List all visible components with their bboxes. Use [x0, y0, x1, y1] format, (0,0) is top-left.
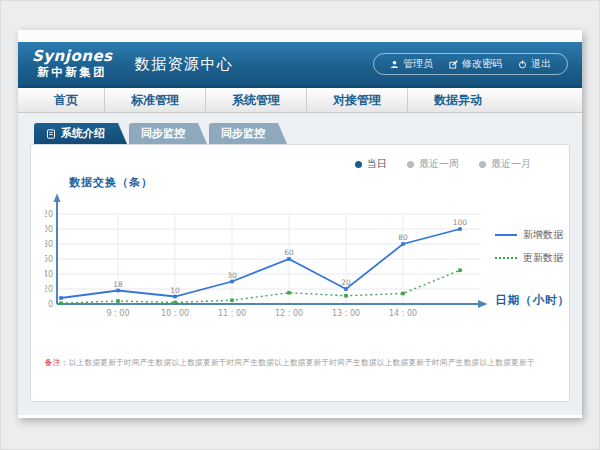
svg-text:80: 80 [45, 240, 53, 249]
svg-text:40: 40 [45, 270, 53, 279]
tab-label: 同步监控 [141, 126, 185, 141]
app-window: Synjones 新中新集团 数据资源中心 管理员 修改密码 [18, 30, 582, 418]
user-icon [390, 60, 399, 69]
svg-text:30: 30 [227, 271, 237, 280]
logo-text-cn: 新中新集团 [32, 67, 113, 79]
nav-item-2[interactable]: 系统管理 [206, 88, 307, 112]
svg-text:12 : 00: 12 : 00 [275, 309, 303, 318]
footer-note: 备注：以上数据更新于时间产生数据以上数据更新于时间产生数据以上数据更新于时间产生… [45, 358, 555, 368]
browser-strip [18, 30, 582, 42]
svg-text:9 : 00: 9 : 00 [106, 309, 129, 318]
chart-panel: 当日最近一周最近一月 数据交换（条） 0204060801001209 : 00… [30, 144, 570, 402]
svg-text:13 : 00: 13 : 00 [332, 309, 360, 318]
legend-line-sample [495, 257, 517, 259]
company-logo: Synjones 新中新集团 [32, 49, 113, 79]
chart-right-column: 新增数据更新数据 日期（小时） [491, 192, 570, 332]
main-nav: 首页标准管理系统管理对接管理数据异动 [18, 88, 582, 113]
filter-option-1[interactable]: 最近一周 [407, 157, 459, 171]
desktop-background: Synjones 新中新集团 数据资源中心 管理员 修改密码 [0, 0, 600, 450]
filter-option-2[interactable]: 最近一月 [479, 157, 531, 171]
svg-text:100: 100 [45, 225, 53, 234]
note-prefix: 备注： [45, 358, 69, 367]
time-range-filter: 当日最近一周最近一月 [45, 151, 555, 173]
tab-1[interactable]: 同步监控 [129, 123, 207, 144]
legend-label: 新增数据 [523, 228, 563, 242]
admin-user-button[interactable]: 管理员 [382, 57, 441, 71]
filter-option-label: 当日 [367, 157, 387, 171]
svg-text:14 : 00: 14 : 00 [389, 309, 417, 318]
svg-text:120: 120 [45, 210, 53, 219]
user-toolbar: 管理员 修改密码 退出 [373, 53, 568, 75]
power-icon [518, 60, 527, 69]
logout-label: 退出 [531, 57, 551, 71]
note-text: 以上数据更新于时间产生数据以上数据更新于时间产生数据以上数据更新于时间产生数据以… [69, 358, 535, 367]
nav-item-1[interactable]: 标准管理 [105, 88, 206, 112]
svg-text:10: 10 [170, 286, 180, 295]
content-area: 系统介绍同步监控同步监控 当日最近一周最近一月 数据交换（条） 02040608… [18, 113, 582, 415]
svg-text:18: 18 [113, 280, 123, 289]
logout-button[interactable]: 退出 [510, 57, 559, 71]
radio-dot [479, 161, 486, 168]
svg-text:20: 20 [45, 285, 53, 294]
nav-item-3[interactable]: 对接管理 [307, 88, 408, 112]
svg-text:10 : 00: 10 : 00 [161, 309, 189, 318]
tab-label: 同步监控 [221, 126, 265, 141]
svg-text:0: 0 [48, 300, 53, 309]
svg-text:20: 20 [341, 278, 351, 287]
tab-2[interactable]: 同步监控 [209, 123, 287, 144]
page-title: 数据资源中心 [135, 55, 234, 74]
filter-option-0[interactable]: 当日 [355, 157, 387, 171]
document-icon [46, 129, 56, 139]
radio-dot [355, 161, 362, 168]
svg-text:11 : 00: 11 : 00 [218, 309, 246, 318]
app-header: Synjones 新中新集团 数据资源中心 管理员 修改密码 [18, 42, 582, 88]
tab-label: 系统介绍 [61, 126, 105, 141]
legend-item-1[interactable]: 更新数据 [495, 251, 570, 265]
logo-text-en: Synjones [32, 49, 113, 64]
legend-label: 更新数据 [523, 251, 563, 265]
admin-user-label: 管理员 [403, 57, 433, 71]
chart-row: 0204060801001209 : 0010 : 0011 : 0012 : … [45, 192, 555, 332]
tab-bar: 系统介绍同步监控同步监控 [34, 123, 570, 144]
exchange-line-chart: 0204060801001209 : 0010 : 0011 : 0012 : … [45, 192, 491, 332]
x-axis-title: 日期（小时） [495, 293, 570, 308]
svg-text:60: 60 [45, 255, 53, 264]
edit-icon [449, 60, 458, 69]
legend-item-0[interactable]: 新增数据 [495, 228, 570, 242]
tab-0[interactable]: 系统介绍 [34, 123, 127, 144]
nav-item-4[interactable]: 数据异动 [408, 88, 508, 112]
radio-dot [407, 161, 414, 168]
filter-option-label: 最近一周 [419, 157, 459, 171]
series-legend: 新增数据更新数据 [495, 228, 570, 265]
nav-item-0[interactable]: 首页 [28, 88, 105, 112]
svg-text:60: 60 [284, 248, 294, 257]
svg-text:100: 100 [453, 218, 468, 227]
change-password-button[interactable]: 修改密码 [441, 57, 510, 71]
legend-line-sample [495, 234, 517, 236]
change-password-label: 修改密码 [462, 57, 502, 71]
svg-text:80: 80 [398, 233, 408, 242]
filter-option-label: 最近一月 [491, 157, 531, 171]
y-axis-title: 数据交换（条） [69, 175, 555, 190]
